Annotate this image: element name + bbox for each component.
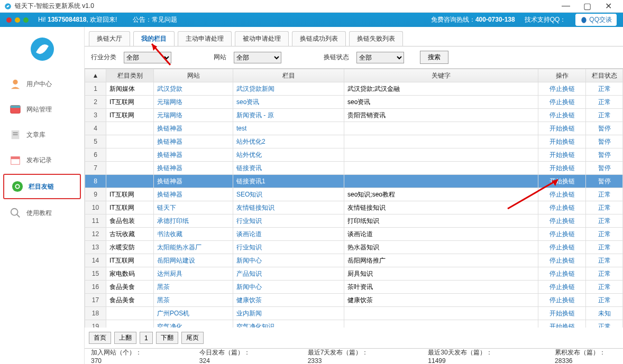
site-select[interactable]: 全部 <box>234 52 281 63</box>
pager-page[interactable]: 1 <box>140 332 153 344</box>
cell-operation[interactable]: 停止换链 <box>538 214 586 228</box>
cell-site[interactable]: 承德打印纸 <box>154 214 233 228</box>
cell-site[interactable]: 书法收藏 <box>154 228 233 241</box>
th-status[interactable]: 栏目状态 <box>586 69 623 82</box>
cell-column[interactable]: 站外优化 <box>233 148 344 162</box>
cell-site[interactable]: 广州POS机 <box>154 307 233 320</box>
cell-site[interactable]: 换链神器 <box>154 188 233 201</box>
table-row[interactable]: 7换链神器链接资讯开始换链暂停 <box>85 162 623 175</box>
cell-site[interactable]: 太阳能热水器厂 <box>154 241 233 254</box>
pager-first[interactable]: 首页 <box>89 332 111 344</box>
cell-status[interactable]: 正常 <box>586 320 623 328</box>
tab-success-list[interactable]: 换链成功列表 <box>292 31 346 46</box>
sidebar-item-publish[interactable]: 发布记录 <box>0 147 84 173</box>
cell-site[interactable]: 黑茶 <box>154 294 233 307</box>
cell-status[interactable]: 暂停 <box>586 175 623 188</box>
cell-column[interactable]: 业内新闻 <box>233 307 344 320</box>
industry-select[interactable]: 全部 <box>124 52 171 63</box>
table-row[interactable]: 16食品美食黑茶新闻中心茶叶资讯停止换链正常 <box>85 281 623 294</box>
cell-site[interactable]: 换链神器 <box>154 135 233 148</box>
cell-column[interactable]: 友情链接知识 <box>233 201 344 214</box>
cell-operation[interactable]: 停止换链 <box>538 294 586 307</box>
cell-site[interactable]: 换链神器 <box>154 148 233 162</box>
cell-status[interactable]: 正常 <box>586 281 623 294</box>
cell-status[interactable]: 暂停 <box>586 162 623 175</box>
cell-column[interactable]: 行业知识 <box>233 241 344 254</box>
cell-column[interactable]: 武汉贷款新闻 <box>233 82 344 96</box>
cell-site[interactable]: 换链神器 <box>154 162 233 175</box>
th-operation[interactable]: 操作 <box>538 69 586 82</box>
cell-operation[interactable]: 开始换链 <box>538 162 586 175</box>
table-row[interactable]: 12古玩收藏书法收藏谈画论道谈画论道停止换链正常 <box>85 228 623 241</box>
th-site[interactable]: 网站 <box>154 69 233 82</box>
cell-operation[interactable]: 停止换链 <box>538 241 586 254</box>
sidebar-item-site-mgmt[interactable]: 网站管理 <box>0 97 84 122</box>
tab-active-apply[interactable]: 主动申请处理 <box>178 31 232 46</box>
notice[interactable]: 公告：常见问题 <box>133 15 177 24</box>
cell-operation[interactable]: 停止换链 <box>538 267 586 281</box>
table-row[interactable]: 17食品美食黑茶健康饮茶健康饮茶停止换链正常 <box>85 294 623 307</box>
cell-status[interactable]: 正常 <box>586 294 623 307</box>
cell-site[interactable]: 换链神器 <box>154 122 233 135</box>
table-row[interactable]: 11食品包装承德打印纸行业知识打印纸知识停止换链正常 <box>85 214 623 228</box>
cell-site[interactable]: 岳阳网站建设 <box>154 254 233 267</box>
cell-status[interactable]: 正常 <box>586 241 623 254</box>
th-category[interactable]: 栏目类别 <box>106 69 154 82</box>
cell-status[interactable]: 暂停 <box>586 148 623 162</box>
cell-column[interactable]: 空气净化知识 <box>233 320 344 328</box>
cell-status[interactable]: 正常 <box>586 188 623 201</box>
table-row[interactable]: 5换链神器站外优化2开始换链暂停 <box>85 135 623 148</box>
table-row[interactable]: 1新闻媒体武汉贷款武汉贷款新闻武汉贷款;武汉金融停止换链正常 <box>85 82 623 96</box>
cell-site[interactable]: 黑茶 <box>154 281 233 294</box>
cell-column[interactable]: test <box>233 122 344 135</box>
pager-last[interactable]: 尾页 <box>181 332 204 344</box>
table-row[interactable]: 10IT互联网链天下友情链接知识友情链接知识停止换链正常 <box>85 201 623 214</box>
cell-column[interactable]: 行业知识 <box>233 214 344 228</box>
cell-operation[interactable]: 停止换链 <box>538 201 586 214</box>
tab-my-columns[interactable]: 我的栏目 <box>133 31 175 46</box>
cell-operation[interactable]: 停止换链 <box>538 281 586 294</box>
sidebar-item-links[interactable]: 栏目友链 <box>3 174 81 199</box>
th-keywords[interactable]: 关键字 <box>344 69 538 82</box>
cell-operation[interactable]: 停止换链 <box>538 109 586 122</box>
cell-operation[interactable]: 开始换链 <box>538 122 586 135</box>
maximize-button[interactable]: ▢ <box>576 1 598 11</box>
table-row[interactable]: 9IT互联网换链神器SEO知识seo知识;seo教程停止换链正常 <box>85 188 623 201</box>
cell-site[interactable]: 达州厨具 <box>154 267 233 281</box>
cell-status[interactable]: 正常 <box>586 214 623 228</box>
status-select[interactable]: 全部 <box>356 52 404 63</box>
table-row[interactable]: 3IT互联网元瑞网络新闻资讯 - 原贵阳营销资讯停止换链正常 <box>85 109 623 122</box>
table-row[interactable]: 14IT互联网岳阳网站建设新闻中心岳阳网络推广停止换链正常 <box>85 254 623 267</box>
pager-next[interactable]: 下翻 <box>156 332 178 344</box>
cell-operation[interactable]: 开始换链 <box>538 148 586 162</box>
cell-status[interactable]: 正常 <box>586 228 623 241</box>
cell-operation[interactable]: 开始换链 <box>538 135 586 148</box>
cell-status[interactable]: 正常 <box>586 82 623 96</box>
qq-chat-button[interactable]: QQ交谈 <box>575 14 617 26</box>
cell-column[interactable]: 新闻中心 <box>233 281 344 294</box>
minimize-button[interactable]: — <box>555 1 576 11</box>
cell-status[interactable]: 正常 <box>586 201 623 214</box>
th-column[interactable]: 栏目 <box>233 69 344 82</box>
table-row[interactable]: 4换链神器test开始换链暂停 <box>85 122 623 135</box>
cell-operation[interactable]: 开始换链 <box>538 320 586 328</box>
cell-column[interactable]: 健康饮茶 <box>233 294 344 307</box>
table-row[interactable]: 15家电数码达州厨具产品知识厨具知识停止换链正常 <box>85 267 623 281</box>
cell-operation[interactable]: 停止换链 <box>538 188 586 201</box>
cell-status[interactable]: 正常 <box>586 254 623 267</box>
table-row[interactable]: 18广州POS机业内新闻开始换链未知 <box>85 307 623 320</box>
cell-column[interactable]: 链接资讯 <box>233 162 344 175</box>
cell-operation[interactable]: 停止换链 <box>538 228 586 241</box>
tab-hall[interactable]: 换链大厅 <box>89 31 130 46</box>
cell-column[interactable]: seo资讯 <box>233 96 344 109</box>
table-row[interactable]: 19空气净化空气净化知识开始换链正常 <box>85 320 623 328</box>
table-row[interactable]: 2IT互联网元瑞网络seo资讯seo资讯停止换链正常 <box>85 96 623 109</box>
tab-passive-apply[interactable]: 被动申请处理 <box>235 31 289 46</box>
cell-column[interactable]: 谈画论道 <box>233 228 344 241</box>
cell-operation[interactable]: 停止换链 <box>538 254 586 267</box>
sidebar-item-tutorial[interactable]: 使用教程 <box>0 200 84 226</box>
cell-status[interactable]: 未知 <box>586 307 623 320</box>
cell-site[interactable]: 空气净化 <box>154 320 233 328</box>
sidebar-item-user-center[interactable]: 用户中心 <box>0 71 84 97</box>
cell-column[interactable]: 链接资讯1 <box>233 175 344 188</box>
